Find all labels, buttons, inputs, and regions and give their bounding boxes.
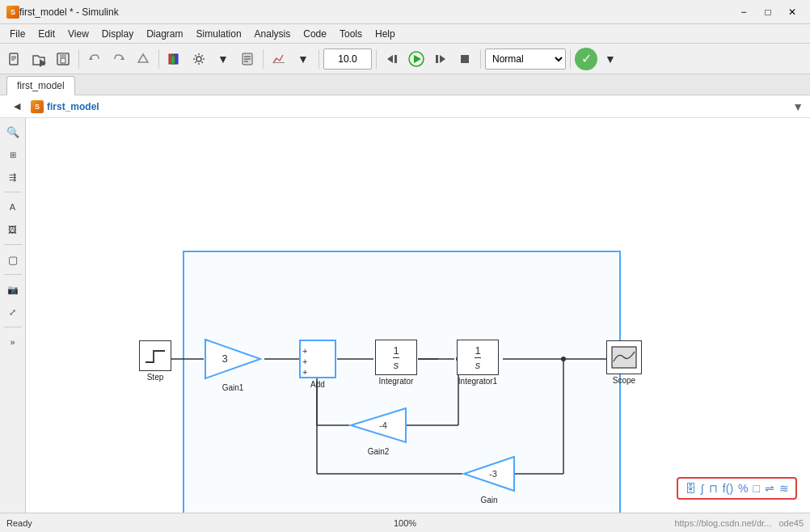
undo-button[interactable] (83, 48, 106, 70)
breadcrumb-expand[interactable]: ▼ (792, 100, 804, 113)
gain2-block[interactable]: -4 Gain2 (348, 405, 409, 456)
integrator1-block[interactable]: 1 s Integrator1 (457, 340, 499, 386)
check-arrow[interactable]: ▼ (599, 48, 622, 70)
check-button[interactable]: ✓ (575, 48, 597, 70)
svg-rect-21 (394, 55, 397, 63)
stop-button[interactable] (454, 48, 476, 70)
sidebar-sep-3 (4, 274, 22, 275)
menu-edit[interactable]: Edit (32, 27, 61, 41)
breadcrumb-bar: ◀ S first_model ▼ (0, 95, 810, 118)
new-button[interactable] (3, 48, 26, 70)
config-button[interactable] (188, 48, 210, 70)
scope-label: Scope (613, 376, 635, 385)
svg-text:-3: -3 (489, 469, 497, 479)
svg-rect-7 (61, 58, 65, 63)
debug-button[interactable] (236, 48, 259, 70)
maximize-button[interactable]: □ (757, 4, 779, 20)
sidebar: 🔍 ⊞ ⇶ A 🖼 ▢ 📷 ⤢ » (0, 118, 26, 513)
toolbar-sep-3 (263, 49, 264, 69)
nav-back-button[interactable]: ◀ (6, 96, 27, 117)
ft-icon-4[interactable]: f() (723, 482, 733, 495)
run-button[interactable] (405, 48, 428, 70)
rect-button[interactable]: ▢ (2, 249, 23, 270)
menu-tools[interactable]: Tools (333, 27, 369, 41)
add-block[interactable]: +++ Add (299, 340, 336, 389)
status-zoom: 100% (272, 518, 538, 528)
step-label: Step (147, 373, 164, 382)
add-label: Add (310, 380, 325, 389)
svg-marker-23 (414, 55, 421, 63)
sim-time-input[interactable]: 10.0 (323, 49, 372, 70)
redo-button[interactable] (108, 48, 130, 70)
menu-diagram[interactable]: Diagram (140, 27, 189, 41)
fit-button[interactable]: ⊞ (2, 144, 23, 165)
gain-block[interactable]: -3 Gain (461, 454, 517, 505)
svg-rect-13 (171, 56, 175, 64)
tabbar: first_model (0, 74, 810, 95)
menu-file[interactable]: File (3, 27, 32, 41)
text-button[interactable]: A (2, 196, 23, 217)
ft-icon-1[interactable]: 🗄 (685, 482, 696, 495)
wire-layer (26, 118, 810, 513)
svg-rect-26 (461, 55, 469, 63)
integrator-block[interactable]: 1 s Integrator (375, 340, 417, 386)
window-title: first_model * - Simulink (19, 6, 732, 18)
svg-rect-19 (273, 62, 285, 63)
floating-toolbar: 🗄 ∫ ⊓ f() % □ ⇌ ≋ (677, 477, 797, 500)
expand-button[interactable]: ⤢ (2, 302, 23, 323)
svg-point-14 (196, 57, 201, 61)
breadcrumb-text: first_model (47, 101, 792, 112)
menu-analysis[interactable]: Analysis (248, 27, 297, 41)
minimize-button[interactable]: − (732, 4, 755, 20)
menu-view[interactable]: View (61, 27, 95, 41)
ft-icon-5[interactable]: % (738, 482, 748, 495)
up-button[interactable] (132, 48, 154, 70)
svg-rect-25 (436, 55, 438, 63)
more-button[interactable]: » (2, 331, 23, 353)
menu-display[interactable]: Display (95, 27, 140, 41)
menubar: File Edit View Display Diagram Simulatio… (0, 24, 810, 44)
step-forward-button[interactable] (429, 48, 452, 70)
scope-block[interactable]: Scope (606, 340, 642, 385)
toolbar: ▼ ▼ 10.0 Normal Accelerator Rapid Accele… (0, 44, 810, 74)
step-block[interactable]: Step (139, 340, 171, 382)
auto-arrange-button[interactable]: ⇶ (2, 167, 23, 188)
menu-code[interactable]: Code (297, 27, 333, 41)
gain1-block[interactable]: 3 Gain1 (202, 336, 264, 392)
svg-point-34 (561, 357, 566, 361)
gain2-label: Gain2 (368, 447, 390, 456)
gain1-label: Gain1 (222, 383, 244, 392)
save-button[interactable] (52, 48, 74, 70)
toolbar-sep-6 (480, 49, 481, 69)
svg-marker-10 (138, 54, 148, 62)
svg-marker-45 (205, 340, 260, 378)
step-back-button[interactable] (381, 48, 403, 70)
status-text: Ready (6, 518, 272, 528)
canvas-area[interactable]: Step 3 Gain1 +++ Add 1 s Inte (26, 118, 810, 513)
menu-help[interactable]: Help (369, 27, 402, 41)
ft-icon-6[interactable]: □ (753, 482, 760, 495)
ft-icon-3[interactable]: ⊓ (709, 482, 718, 495)
tab-first-model[interactable]: first_model (6, 76, 75, 95)
ft-icon-7[interactable]: ⇌ (765, 482, 774, 495)
integrator1-label: Integrator1 (458, 377, 497, 386)
chart-button[interactable] (268, 48, 290, 70)
toolbar-sep-2 (158, 49, 159, 69)
statusbar: Ready 100% https://blog.csdn.net/dr... o… (0, 513, 810, 532)
camera-button[interactable]: 📷 (2, 279, 23, 300)
sim-mode-dropdown[interactable]: Normal Accelerator Rapid Accelerator (485, 49, 566, 70)
ft-icon-2[interactable]: ∫ (701, 482, 704, 495)
ft-icon-8[interactable]: ≋ (779, 482, 789, 495)
config-arrow[interactable]: ▼ (212, 48, 234, 70)
close-button[interactable]: ✕ (781, 4, 804, 20)
library-button[interactable] (163, 48, 186, 70)
image-button[interactable]: 🖼 (2, 219, 23, 240)
chart-arrow[interactable]: ▼ (292, 48, 314, 70)
toolbar-sep-1 (78, 49, 79, 69)
svg-rect-0 (10, 53, 18, 65)
titlebar: S first_model * - Simulink − □ ✕ (0, 0, 810, 24)
zoom-in-button[interactable]: 🔍 (2, 121, 23, 142)
breadcrumb-icon: S (31, 100, 44, 113)
menu-simulation[interactable]: Simulation (190, 27, 248, 41)
open-button[interactable] (27, 48, 50, 70)
